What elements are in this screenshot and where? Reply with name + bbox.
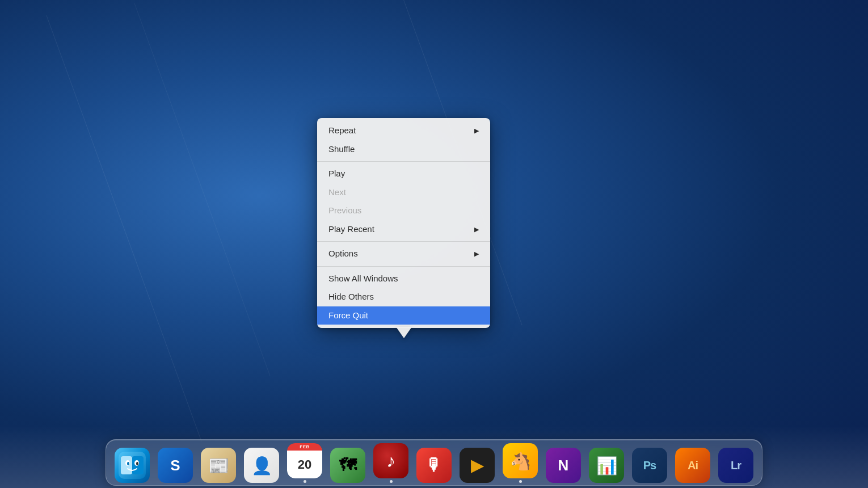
separator-1 (317, 161, 490, 162)
calendar-icon: FEB 20 (287, 443, 322, 478)
dock-item-onenote[interactable]: N (543, 448, 584, 483)
svg-point-6 (136, 462, 138, 465)
maps-icon: 🗺 (330, 448, 365, 483)
numbers-icon: 📊 (589, 448, 624, 483)
menu-item-hide-others[interactable]: Hide Others (317, 288, 490, 306)
illustrator-icon: Ai (675, 448, 710, 483)
menu-item-repeat[interactable]: Repeat ▶ (317, 121, 490, 140)
paperless-icon: 📰 (201, 448, 236, 483)
dock-item-paperless[interactable]: 📰 (198, 448, 239, 483)
dock-item-lightroom[interactable]: Lr (715, 448, 756, 483)
menu-item-options[interactable]: Options ▶ (317, 245, 490, 263)
finder-icon (115, 448, 150, 483)
menu-item-show-all-windows[interactable]: Show All Windows (317, 270, 490, 288)
lightroom-icon: Lr (718, 448, 753, 483)
desktop: Repeat ▶ Shuffle Play Next Previous Play… (0, 0, 868, 488)
menu-item-force-quit[interactable]: Force Quit (317, 306, 490, 325)
submenu-arrow-repeat: ▶ (474, 126, 479, 136)
dock: S 📰 👤 FEB 20 (0, 426, 868, 488)
dock-item-plex[interactable]: ▶ (457, 448, 498, 483)
submenu-arrow-options: ▶ (474, 249, 479, 259)
calendar-month: FEB (287, 443, 322, 451)
dock-item-finder[interactable] (112, 448, 153, 483)
photoshop-icon: Ps (632, 448, 667, 483)
menu-item-previous: Previous (317, 201, 490, 220)
squash-icon: 🐴 (503, 443, 538, 478)
itunes-dot (390, 480, 393, 483)
plex-icon: ▶ (460, 448, 495, 483)
dock-item-photoshop[interactable]: Ps (629, 448, 670, 483)
menu-item-play[interactable]: Play (317, 165, 490, 183)
dock-item-scribd[interactable]: S (155, 448, 196, 483)
menu-item-next: Next (317, 183, 490, 202)
separator-2 (317, 241, 490, 242)
dock-item-contacts[interactable]: 👤 (241, 448, 282, 483)
dock-item-illustrator[interactable]: Ai (672, 448, 713, 483)
context-menu-tail (396, 327, 412, 338)
svg-point-5 (127, 462, 129, 465)
dock-item-squash[interactable]: 🐴 (500, 443, 541, 483)
menu-item-shuffle[interactable]: Shuffle (317, 140, 490, 159)
contacts-icon: 👤 (244, 448, 279, 483)
dock-inner: S 📰 👤 FEB 20 (106, 439, 762, 486)
calendar-dot (304, 480, 306, 483)
scribd-icon: S (158, 448, 193, 483)
squash-dot (519, 480, 522, 483)
calendar-day: 20 (287, 451, 322, 478)
itunes-icon: ♪ (373, 443, 408, 478)
submenu-arrow-play-recent: ▶ (474, 225, 479, 234)
dock-item-numbers[interactable]: 📊 (586, 448, 627, 483)
dock-item-maps[interactable]: 🗺 (327, 448, 368, 483)
separator-3 (317, 266, 490, 267)
dock-item-itunes[interactable]: ♪ (370, 443, 411, 483)
podcasts-icon: 🎙 (416, 448, 452, 483)
context-menu: Repeat ▶ Shuffle Play Next Previous Play… (317, 118, 490, 328)
dock-item-calendar[interactable]: FEB 20 (284, 443, 325, 483)
dock-item-podcasts[interactable]: 🎙 (414, 448, 454, 483)
menu-item-play-recent[interactable]: Play Recent ▶ (317, 220, 490, 239)
onenote-icon: N (546, 448, 581, 483)
